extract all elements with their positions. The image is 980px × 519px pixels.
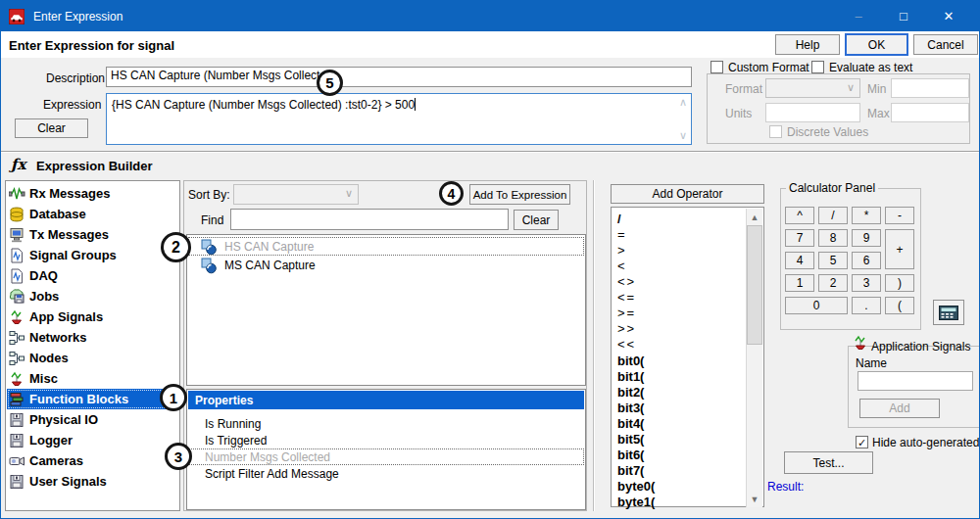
add-to-expression-button[interactable]: Add To Expression [469,184,570,205]
sidebar-item-networks[interactable]: Networks [7,327,179,348]
property-row-script-filter-add-message[interactable]: Script Filter Add Message [188,465,584,482]
calc-key-decimal[interactable]: . [852,297,881,314]
list-item-ms-can-capture[interactable]: MS CAN Capture [188,256,584,274]
name-input[interactable] [858,371,973,391]
signals-listbox: HS CAN Capture MS CAN Capture [186,234,586,386]
custom-format-checkbox[interactable] [710,61,723,73]
ok-button[interactable]: OK [845,33,908,56]
operator-item[interactable]: bit7( [617,462,644,478]
calc-key-9[interactable]: 9 [852,229,881,247]
operator-item[interactable]: <> [617,273,636,289]
calc-key-power[interactable]: ^ [785,207,814,224]
evaluate-as-text-checkbox[interactable] [811,61,824,73]
operator-item[interactable]: bit2( [617,384,644,400]
calc-key-0[interactable]: 0 [785,297,848,314]
min-field[interactable] [891,78,969,98]
evaluate-as-text-label: Evaluate as text [829,61,912,74]
calc-key-1[interactable]: 1 [785,274,814,292]
operator-scrollbar[interactable]: ▲ ▼ [746,209,762,507]
sidebar-item-logger[interactable]: Logger [7,430,179,450]
calc-key-plus[interactable]: + [885,229,914,269]
operator-item[interactable]: << [617,336,636,352]
sidebar-item-physical-io[interactable]: Physical IO [7,409,179,430]
operator-item[interactable]: bit1( [617,368,644,384]
jobs-icon [9,289,26,305]
sidebar-item-jobs[interactable]: Jobs [7,286,179,307]
expression-label: Expression [43,98,101,112]
nodes-icon [9,351,26,366]
sidebar-item-daq[interactable]: DAQ [7,265,179,286]
sidebar-item-rx-messages[interactable]: Rx Messages [7,183,179,204]
calc-key-8[interactable]: 8 [818,229,848,247]
maximize-button[interactable]: □ [881,1,926,31]
hide-auto-generated-checkbox[interactable] [856,436,868,448]
separator [593,180,595,511]
properties-panel: Properties Is Running Is Triggered Numbe… [186,389,586,510]
list-item-hs-can-capture[interactable]: HS CAN Capture [188,237,584,256]
discrete-values-label: Discrete Values [787,125,868,139]
calc-key-4[interactable]: 4 [785,252,814,269]
sidebar-item-user-signals[interactable]: User Signals [7,471,179,492]
item-picker-panel: Sort By: ∨ Add To Expression Find Clear … [183,180,587,511]
application-signals-title: Application Signals [871,340,970,354]
property-row-is-triggered[interactable]: Is Triggered [188,432,584,448]
operator-item[interactable]: bit0( [617,353,644,368]
sidebar-item-app-signals[interactable]: App Signals [7,307,179,327]
find-input[interactable] [230,209,509,230]
operator-item[interactable]: >> [617,320,636,336]
custom-format-label: Custom Format [728,61,809,74]
operator-item[interactable]: / [617,211,621,226]
operator-item[interactable]: < [617,258,625,273]
operator-item[interactable]: <= [617,289,636,305]
fx-icon: ƒx [11,156,25,173]
sidebar-item-function-blocks[interactable]: Function Blocks [7,389,179,409]
scroll-down-icon[interactable]: ▼ [747,491,762,507]
test-button[interactable]: Test... [784,451,873,474]
clear-expression-button[interactable]: Clear [15,118,88,138]
rx-messages-icon [9,186,26,202]
operator-item[interactable]: bit4( [617,415,644,431]
operator-item[interactable]: bit5( [617,431,644,447]
calc-key-2[interactable]: 2 [818,274,848,292]
cancel-button[interactable]: Cancel [913,34,978,55]
sidebar-item-nodes[interactable]: Nodes [7,348,179,368]
operator-item[interactable]: bit3( [617,400,644,415]
operator-item[interactable]: byte0( [617,478,655,494]
sidebar-item-misc[interactable]: Misc [7,368,179,389]
calc-key-close-paren[interactable]: ) [885,274,914,292]
hide-auto-generated-label: Hide auto-generated items [872,436,980,449]
description-field[interactable]: HS CAN Capture (Number Msgs Collected) [106,67,692,87]
expression-field[interactable]: {HS CAN Capture (Number Msgs Collected) … [106,93,692,145]
max-field[interactable] [891,103,969,122]
close-button[interactable]: ✕ [926,1,971,31]
calc-key-6[interactable]: 6 [852,252,881,269]
find-clear-button[interactable]: Clear [514,210,559,230]
operator-item[interactable]: byte1( [617,494,655,509]
scroll-up-icon[interactable]: ▲ [747,209,762,225]
dialog-heading: Enter Expression for signal [9,38,174,53]
help-button[interactable]: Help [775,34,840,55]
property-row-is-running[interactable]: Is Running [188,415,584,432]
calc-key-open-paren[interactable]: ( [885,297,914,314]
sidebar-item-database[interactable]: Database [7,204,179,224]
property-row-number-msgs-collected[interactable]: Number Msgs Collected [188,448,584,465]
units-field[interactable] [765,103,860,122]
operator-item[interactable]: > [617,242,625,258]
calc-key-minus[interactable]: - [885,207,914,224]
calc-key-5[interactable]: 5 [818,252,848,269]
sidebar-item-cameras[interactable]: Cameras [7,450,179,471]
operator-item[interactable]: >= [617,305,636,320]
add-operator-button[interactable]: Add Operator [611,184,764,204]
operator-item[interactable]: = [617,226,625,242]
calc-key-7[interactable]: 7 [785,229,814,247]
sidebar-item-tx-messages[interactable]: Tx Messages [7,224,179,245]
operator-item[interactable]: bit6( [617,447,644,462]
calc-key-3[interactable]: 3 [852,274,881,292]
sidebar-item-signal-groups[interactable]: Signal Groups [7,245,179,265]
scrollbar-thumb[interactable] [747,225,762,345]
application-signals-icon [853,335,869,351]
calc-key-multiply[interactable]: * [852,207,881,224]
calc-key-divide[interactable]: / [818,207,848,224]
calculator-launch-button[interactable] [933,300,964,325]
physical-io-icon [9,412,26,428]
